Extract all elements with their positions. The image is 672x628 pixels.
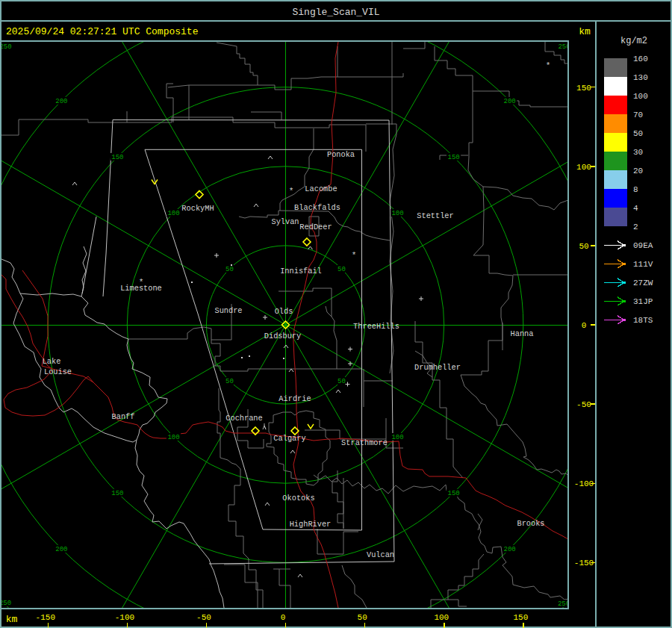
svg-text:-50: -50 (196, 613, 211, 622)
svg-text:31JP: 31JP (633, 297, 653, 306)
svg-text:0: 0 (582, 321, 587, 330)
svg-text:Blackfalds: Blackfalds (294, 203, 340, 212)
svg-text:50: 50 (337, 378, 346, 385)
svg-text:50: 50 (358, 613, 367, 622)
svg-text:Brooks: Brooks (517, 519, 544, 528)
svg-text:27ZW: 27ZW (633, 279, 653, 287)
svg-text:100: 100 (167, 434, 179, 441)
svg-text:50: 50 (337, 266, 346, 273)
svg-text:km: km (6, 614, 18, 625)
svg-text:HighRiver: HighRiver (290, 520, 332, 529)
svg-text:2025/09/24 02:27:21 UTC Compos: 2025/09/24 02:27:21 UTC Composite (6, 26, 198, 37)
svg-text:50: 50 (579, 242, 588, 251)
svg-text:200: 200 (55, 98, 67, 105)
svg-text:Louise: Louise (44, 367, 72, 376)
svg-text:50: 50 (633, 129, 643, 138)
svg-text:-150: -150 (36, 613, 55, 622)
svg-text:130: 130 (633, 73, 648, 82)
svg-text:Stettler: Stettler (417, 211, 453, 220)
svg-text:Ponoka: Ponoka (327, 150, 355, 159)
svg-text:Olds: Olds (275, 307, 293, 316)
svg-text:-50: -50 (576, 400, 591, 409)
svg-text:km: km (579, 26, 591, 37)
svg-text:Calgary: Calgary (273, 434, 305, 443)
svg-text:150: 150 (576, 84, 591, 93)
svg-text:200: 200 (503, 546, 515, 553)
svg-text:70: 70 (633, 111, 643, 119)
svg-text:30: 30 (633, 148, 643, 157)
svg-text:-150: -150 (574, 559, 594, 568)
svg-text:Hanna: Hanna (511, 329, 534, 338)
svg-text:100: 100 (391, 434, 403, 441)
svg-text:100: 100 (633, 92, 648, 101)
svg-text:20: 20 (633, 167, 643, 175)
svg-text:Banff: Banff (112, 412, 135, 421)
svg-text:50: 50 (225, 378, 234, 385)
svg-text:Single_Scan_VIL: Single_Scan_VIL (292, 7, 379, 18)
svg-text:*: * (289, 187, 294, 196)
svg-text:*: * (139, 278, 144, 287)
svg-text:RedDeer: RedDeer (299, 223, 332, 231)
svg-text:100: 100 (167, 210, 179, 217)
svg-text:150: 150 (513, 613, 528, 622)
svg-text:50: 50 (225, 266, 234, 273)
svg-text:Sundre: Sundre (214, 306, 242, 315)
svg-text:*: * (352, 251, 357, 260)
svg-text:Lacombe: Lacombe (305, 184, 337, 193)
svg-text:09EA: 09EA (633, 241, 653, 250)
svg-text:100: 100 (576, 163, 591, 172)
svg-text:Drumheller: Drumheller (414, 363, 461, 372)
svg-text:100: 100 (434, 613, 449, 622)
svg-text:150: 150 (447, 490, 459, 497)
svg-text:250: 250 (0, 43, 12, 51)
svg-text:Vulcan: Vulcan (367, 550, 394, 559)
svg-text:0: 0 (281, 613, 286, 622)
svg-text:150: 150 (111, 490, 123, 497)
svg-text:RockyMH: RockyMH (181, 204, 214, 213)
svg-text:18TS: 18TS (633, 316, 653, 325)
svg-text:150: 150 (447, 154, 459, 161)
svg-text:-100: -100 (115, 613, 134, 622)
svg-text:160: 160 (633, 55, 648, 63)
svg-text:4: 4 (633, 204, 638, 213)
svg-text:-100: -100 (574, 479, 594, 488)
svg-text:ThreeHills: ThreeHills (353, 322, 399, 331)
svg-text:Strathmore: Strathmore (341, 438, 388, 447)
svg-text:200: 200 (55, 546, 67, 553)
svg-text:250: 250 (0, 600, 11, 607)
svg-text:200: 200 (503, 98, 515, 105)
svg-text:Okotoks: Okotoks (282, 494, 314, 503)
svg-text:Sylvan: Sylvan (271, 217, 299, 226)
svg-text:Lake: Lake (43, 357, 61, 366)
svg-text:150: 150 (111, 154, 123, 161)
svg-text:kg/m2: kg/m2 (620, 36, 647, 46)
svg-text:111V: 111V (633, 260, 653, 269)
svg-text:2: 2 (633, 223, 638, 231)
svg-text:Cochrane: Cochrane (225, 414, 262, 423)
svg-text:100: 100 (391, 210, 403, 217)
svg-text:Airdrie: Airdrie (279, 394, 311, 403)
svg-text:8: 8 (633, 185, 638, 194)
svg-text:Didsbury: Didsbury (264, 332, 301, 341)
svg-text:*: * (546, 61, 551, 70)
svg-text:Innisfail: Innisfail (280, 267, 322, 276)
